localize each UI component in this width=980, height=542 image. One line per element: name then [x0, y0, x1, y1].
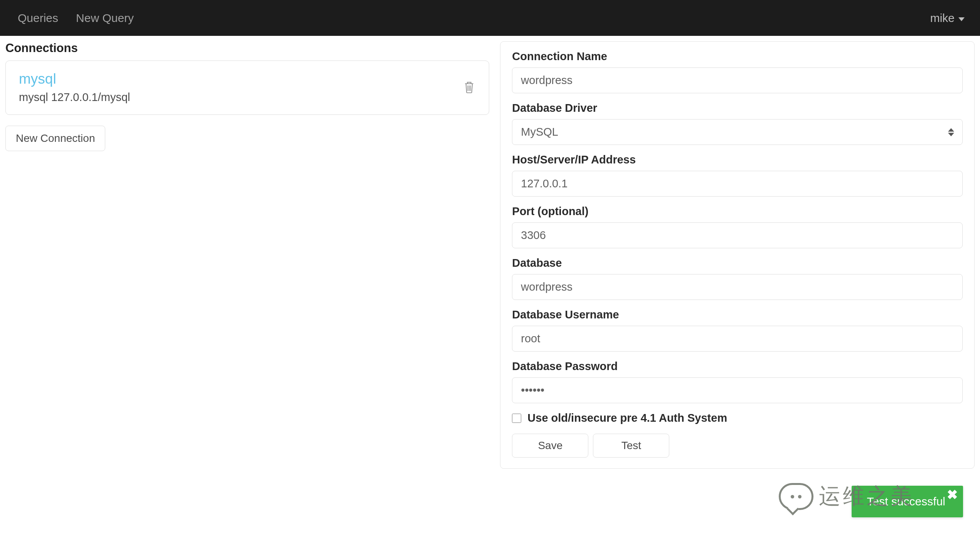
nav-link-queries[interactable]: Queries: [18, 12, 58, 25]
toast-message: Test successful: [867, 495, 945, 508]
form-group-connection-name: Connection Name: [512, 50, 963, 93]
driver-select[interactable]: [512, 119, 963, 145]
connection-name-input[interactable]: [512, 67, 963, 93]
toast-close-button[interactable]: ✖: [947, 488, 958, 501]
form-group-host: Host/Server/IP Address: [512, 153, 963, 197]
form-group-port: Port (optional): [512, 205, 963, 248]
form-group-database: Database: [512, 257, 963, 300]
connection-form-panel: Connection Name Database Driver Host/Ser…: [500, 41, 975, 469]
old-auth-label[interactable]: Use old/insecure pre 4.1 Auth System: [527, 412, 727, 424]
content: Connections mysql mysql 127.0.0.1/mysql …: [0, 36, 980, 469]
host-input[interactable]: [512, 171, 963, 197]
trash-icon: [463, 81, 475, 94]
connections-panel: Connections mysql mysql 127.0.0.1/mysql …: [5, 41, 489, 469]
host-label: Host/Server/IP Address: [512, 153, 963, 166]
user-name: mike: [930, 12, 955, 25]
form-group-driver: Database Driver: [512, 102, 963, 145]
connection-subtext: mysql 127.0.0.1/mysql: [19, 91, 130, 104]
connection-name-link[interactable]: mysql: [19, 71, 130, 87]
connections-title: Connections: [5, 41, 489, 55]
username-input[interactable]: [512, 326, 963, 352]
old-auth-row: Use old/insecure pre 4.1 Auth System: [512, 412, 963, 424]
new-connection-button[interactable]: New Connection: [5, 126, 105, 151]
database-input[interactable]: [512, 274, 963, 300]
chevron-down-icon: [958, 17, 965, 21]
save-button[interactable]: Save: [512, 434, 588, 458]
connection-name-label: Connection Name: [512, 50, 963, 63]
port-input[interactable]: [512, 222, 963, 248]
delete-connection-button[interactable]: [461, 79, 477, 96]
form-group-username: Database Username: [512, 308, 963, 352]
password-input[interactable]: [512, 377, 963, 403]
connection-card[interactable]: mysql mysql 127.0.0.1/mysql: [5, 61, 489, 115]
old-auth-checkbox[interactable]: [512, 414, 521, 423]
chat-bubble-icon: [779, 483, 813, 510]
password-label: Database Password: [512, 360, 963, 373]
username-label: Database Username: [512, 308, 963, 321]
database-label: Database: [512, 257, 963, 269]
test-button[interactable]: Test: [593, 434, 669, 458]
form-group-password: Database Password: [512, 360, 963, 403]
nav-link-new-query[interactable]: New Query: [76, 12, 134, 25]
user-menu[interactable]: mike: [930, 12, 965, 25]
connection-card-info: mysql mysql 127.0.0.1/mysql: [19, 71, 130, 104]
port-label: Port (optional): [512, 205, 963, 218]
form-panel: Connection Name Database Driver Host/Ser…: [500, 41, 975, 469]
toast-success: Test successful ✖: [852, 486, 963, 517]
driver-select-wrap: [512, 119, 963, 145]
nav-left: Queries New Query: [18, 12, 134, 25]
form-button-row: Save Test: [512, 434, 963, 458]
driver-label: Database Driver: [512, 102, 963, 114]
navbar: Queries New Query mike: [0, 0, 980, 36]
